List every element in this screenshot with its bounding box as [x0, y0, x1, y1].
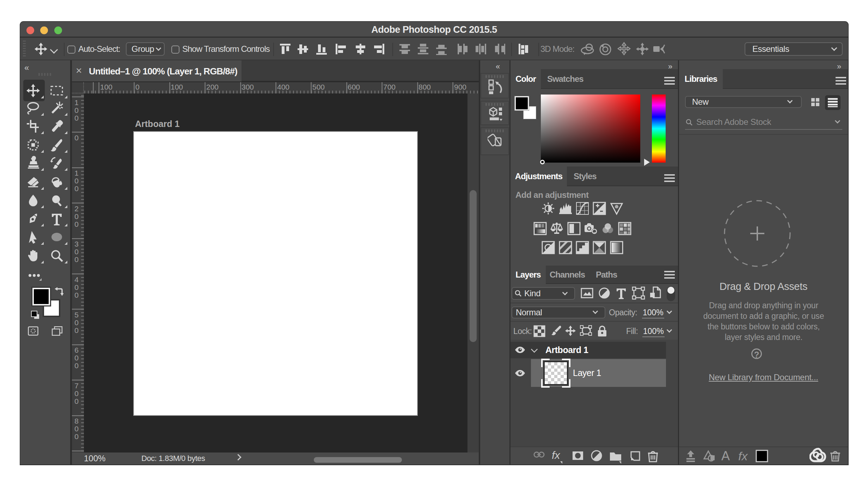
svg-text:fx: fx [738, 450, 748, 462]
svg-text:fx: fx [552, 450, 560, 461]
svg-text:A: A [721, 450, 730, 462]
